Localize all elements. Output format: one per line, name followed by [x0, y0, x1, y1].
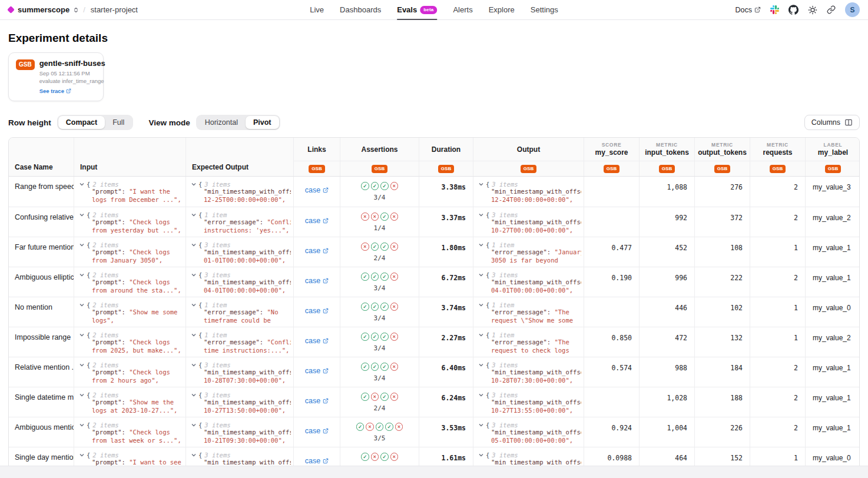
column-header-output-tokens[interactable]: METRICoutput_tokens — [694, 138, 750, 161]
case-name-cell[interactable]: Ambiguous mention — [9, 417, 74, 447]
case-name-cell[interactable]: Ambiguous elliptic... — [9, 267, 74, 297]
expand-toggle-icon[interactable] — [479, 423, 483, 427]
experiment-badge[interactable]: GSB — [521, 165, 536, 173]
column-header-input[interactable]: Input — [74, 138, 185, 176]
nav-item-live[interactable]: Live — [310, 0, 324, 20]
expand-toggle-icon[interactable] — [191, 303, 196, 307]
expand-toggle-icon[interactable] — [479, 213, 483, 217]
expand-toggle-icon[interactable] — [191, 453, 196, 457]
case-name-cell[interactable]: No mention — [9, 297, 74, 327]
case-link[interactable]: case — [305, 427, 329, 435]
case-name-cell[interactable]: Far future mention — [9, 237, 74, 267]
table-row[interactable]: Relative mention ... {2 items"prompt": "… — [9, 357, 859, 387]
experiment-badge[interactable]: GSB — [309, 165, 324, 173]
expand-toggle-icon[interactable] — [479, 273, 483, 277]
table-row[interactable]: Single datetime m... {2 items"prompt": "… — [9, 387, 859, 417]
experiment-badge[interactable]: GSB — [825, 165, 841, 173]
expand-toggle-icon[interactable] — [79, 333, 84, 337]
slack-icon[interactable] — [770, 5, 779, 14]
table-row[interactable]: Ambiguous mention {2 items"prompt": "Che… — [9, 417, 859, 447]
expand-toggle-icon[interactable] — [79, 423, 84, 427]
column-header-assertions[interactable]: Assertions — [340, 138, 419, 161]
segment-option-full[interactable]: Full — [105, 116, 132, 129]
expand-toggle-icon[interactable] — [479, 333, 483, 337]
expand-toggle-icon[interactable] — [79, 273, 84, 277]
expand-toggle-icon[interactable] — [79, 303, 84, 307]
expand-toggle-icon[interactable] — [79, 393, 84, 397]
expand-toggle-icon[interactable] — [191, 243, 196, 247]
table-row[interactable]: No mention {2 items"prompt": "Show me so… — [9, 297, 859, 327]
nav-item-settings[interactable]: Settings — [531, 0, 558, 20]
experiment-badge[interactable]: GSB — [770, 165, 786, 173]
case-link[interactable]: case — [305, 186, 329, 194]
expand-toggle-icon[interactable] — [191, 333, 196, 337]
column-header-input-tokens[interactable]: METRICinput_tokens — [639, 138, 694, 161]
case-link[interactable]: case — [305, 217, 329, 225]
docs-link[interactable]: Docs — [736, 6, 761, 14]
experiment-badge[interactable]: GSB — [604, 165, 619, 173]
segment-option-horizontal[interactable]: Horizontal — [197, 116, 246, 129]
table-row[interactable]: Range from speech {2 items"prompt": "I w… — [9, 177, 859, 207]
table-row[interactable]: Far future mention {2 items"prompt": "Ch… — [9, 237, 859, 267]
column-header-requests[interactable]: METRICrequests — [750, 138, 805, 161]
expand-toggle-icon[interactable] — [479, 453, 483, 457]
case-link[interactable]: case — [305, 337, 329, 345]
column-header-expected-output[interactable]: Expected Output — [185, 138, 293, 176]
theme-toggle-icon[interactable] — [808, 5, 817, 15]
expand-toggle-icon[interactable] — [479, 303, 483, 307]
expand-toggle-icon[interactable] — [191, 213, 196, 217]
nav-item-alerts[interactable]: Alerts — [453, 0, 472, 20]
expand-toggle-icon[interactable] — [191, 273, 196, 277]
user-avatar[interactable]: S — [845, 2, 860, 17]
table-row[interactable]: Ambiguous elliptic... {2 items"prompt": … — [9, 267, 859, 297]
experiment-card[interactable]: GSB gentle-sniff-buses Sep 05 12:11:56 P… — [8, 52, 104, 101]
expand-toggle-icon[interactable] — [191, 182, 196, 186]
case-link[interactable]: case — [305, 247, 329, 255]
expand-toggle-icon[interactable] — [79, 182, 84, 186]
expand-toggle-icon[interactable] — [79, 243, 84, 247]
experiment-badge[interactable]: GSB — [714, 165, 730, 173]
expand-toggle-icon[interactable] — [479, 393, 483, 397]
expand-toggle-icon[interactable] — [79, 453, 84, 457]
case-link[interactable]: case — [305, 397, 329, 405]
table-row[interactable]: Confusing relative... {2 items"prompt": … — [9, 207, 859, 237]
expand-toggle-icon[interactable] — [479, 243, 483, 247]
expand-toggle-icon[interactable] — [191, 423, 196, 427]
case-name-cell[interactable]: Single datetime m... — [9, 387, 74, 417]
case-link[interactable]: case — [305, 277, 329, 285]
chevron-updown-icon[interactable] — [74, 6, 78, 14]
case-link[interactable]: case — [305, 457, 329, 465]
expand-toggle-icon[interactable] — [191, 363, 196, 367]
nav-item-explore[interactable]: Explore — [489, 0, 515, 20]
column-header-duration[interactable]: Duration — [419, 138, 473, 161]
column-header-links[interactable]: Links — [293, 138, 340, 161]
expand-toggle-icon[interactable] — [479, 363, 483, 367]
experiment-badge[interactable]: GSB — [659, 165, 675, 173]
columns-button[interactable]: Columns — [804, 115, 860, 130]
segment-option-compact[interactable]: Compact — [58, 116, 105, 129]
case-name-cell[interactable]: Range from speech — [9, 177, 74, 207]
case-name-cell[interactable]: Confusing relative... — [9, 207, 74, 237]
expand-toggle-icon[interactable] — [79, 213, 84, 217]
experiment-badge[interactable]: GSB — [438, 165, 454, 173]
github-icon[interactable] — [789, 5, 799, 15]
experiment-badge[interactable]: GSB — [372, 165, 387, 173]
case-link[interactable]: case — [305, 307, 329, 315]
expand-toggle-icon[interactable] — [191, 393, 196, 397]
expand-toggle-icon[interactable] — [79, 363, 84, 367]
case-name-cell[interactable]: Relative mention ... — [9, 357, 74, 387]
see-trace-link[interactable]: See trace — [39, 88, 71, 94]
case-link[interactable]: case — [305, 367, 329, 375]
column-header-my-label[interactable]: LABELmy_label — [805, 138, 860, 161]
column-header-output[interactable]: Output — [473, 138, 584, 161]
column-header-case-name[interactable]: Case Name — [9, 138, 74, 176]
segment-option-pivot[interactable]: Pivot — [246, 116, 279, 129]
workspace-switcher[interactable]: summerscope — [8, 5, 78, 14]
expand-toggle-icon[interactable] — [479, 182, 483, 186]
table-row[interactable]: Impossible range {2 items"prompt": "Chec… — [9, 327, 859, 357]
nav-item-evals[interactable]: Evals beta — [397, 0, 437, 20]
share-link-icon[interactable] — [827, 5, 836, 14]
column-header-my-score[interactable]: SCOREmy_score — [584, 138, 639, 161]
case-name-cell[interactable]: Impossible range — [9, 327, 74, 357]
nav-item-dashboards[interactable]: Dashboards — [340, 0, 381, 20]
